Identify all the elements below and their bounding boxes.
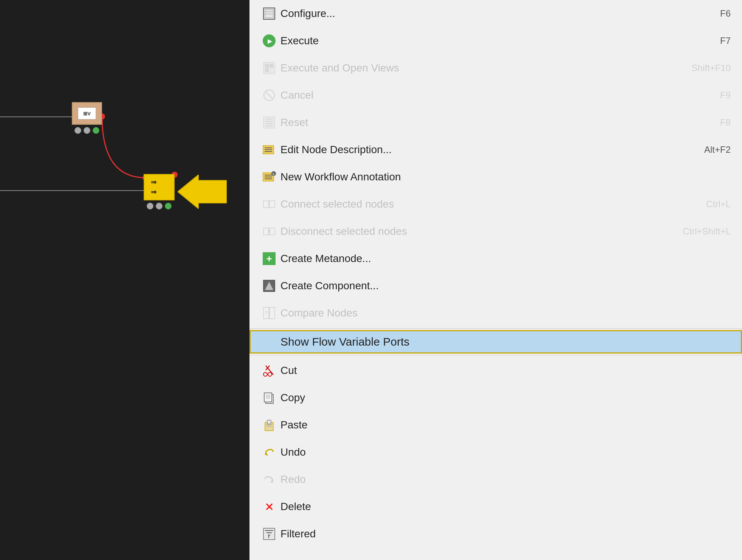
connection-line-lower [0, 190, 146, 191]
upper-node[interactable]: ⊞V [72, 102, 102, 134]
connect-icon [261, 196, 277, 213]
compare-icon: ? [261, 305, 277, 321]
menu-item-workflow-annotation[interactable]: 0 New Workflow Annotation [249, 163, 742, 191]
menu-item-show-flow-variable-ports[interactable]: Show Flow Variable Ports [249, 330, 742, 354]
metanode-icon [261, 250, 277, 267]
redo-icon [261, 471, 277, 488]
lower-node-box: ⇒ ⇒ [144, 174, 175, 200]
lower-node-indicators [144, 203, 175, 209]
indicator-l-1 [147, 203, 153, 209]
svg-text:0: 0 [273, 172, 274, 176]
yellow-arrow [178, 175, 219, 205]
connect-label: Connect selected nodes [280, 198, 699, 210]
svg-rect-30 [270, 201, 275, 208]
disconnect-icon [261, 223, 277, 240]
menu-item-copy[interactable]: Copy [249, 384, 742, 411]
metanode-label: Create Metanode... [280, 253, 723, 265]
svg-rect-29 [263, 201, 269, 208]
svg-rect-10 [270, 64, 273, 68]
workflow-annotation-label: New Workflow Annotation [280, 171, 723, 183]
menu-item-cut[interactable]: Cut [249, 357, 742, 384]
indicator-l-2 [156, 203, 163, 209]
svg-rect-11 [265, 68, 269, 72]
indicator-1 [74, 127, 81, 134]
annotation-icon: 0 [261, 169, 277, 185]
edit-description-shortcut: Alt+F2 [704, 144, 731, 155]
menu-item-metanode[interactable]: Create Metanode... [249, 245, 742, 272]
connection-svg [0, 0, 249, 560]
execute-views-icon [261, 60, 277, 76]
copy-label: Copy [280, 392, 731, 404]
indicator-3 [93, 127, 99, 134]
execute-icon [261, 33, 277, 49]
disconnect-shortcut: Ctrl+Shift+L [683, 226, 731, 237]
copy-icon [261, 389, 277, 406]
menu-item-redo: Redo [249, 466, 742, 493]
menu-item-disconnect: Disconnect selected nodes Ctrl+Shift+L [249, 218, 742, 245]
cancel-icon [261, 87, 277, 104]
upper-node-box: ⊞V [72, 102, 102, 125]
reset-icon [261, 114, 277, 131]
svg-line-13 [266, 92, 273, 99]
cancel-label: Cancel [280, 89, 713, 101]
indicator-l-3 [165, 203, 172, 209]
svg-rect-46 [264, 393, 272, 402]
delete-label: Delete [280, 501, 731, 513]
connection-line-upper [0, 116, 74, 117]
execute-views-label: Execute and Open Views [280, 62, 684, 74]
menu-item-compare: ? Compare Nodes [249, 299, 742, 327]
svg-marker-3 [178, 175, 227, 209]
canvas: ⊞V ⇒ ⇒ [0, 0, 249, 560]
separator-1 [249, 328, 742, 329]
upper-node-icon: ⊞V [78, 107, 96, 119]
reset-label: Reset [280, 116, 713, 129]
delete-icon: ✕ [261, 498, 277, 515]
configure-label: Configure... [280, 8, 713, 20]
svg-point-44 [268, 372, 272, 376]
menu-item-component[interactable]: Create Component... [249, 272, 742, 299]
reset-shortcut: F8 [720, 117, 731, 128]
configure-shortcut: F6 [720, 8, 731, 19]
svg-rect-51 [267, 420, 271, 424]
menu-item-connect: Connect selected nodes Ctrl+L [249, 191, 742, 218]
lower-node[interactable]: ⇒ ⇒ [144, 174, 175, 209]
cancel-shortcut: F9 [720, 90, 731, 101]
paste-label: Paste [280, 419, 731, 431]
svg-rect-9 [265, 64, 269, 68]
svg-rect-14 [263, 117, 275, 128]
separator-2 [249, 355, 742, 355]
edit-description-label: Edit Node Description... [280, 144, 697, 156]
undo-label: Undo [280, 446, 731, 458]
cut-label: Cut [280, 365, 731, 377]
context-menu: Configure... F6 Execute F7 Execute and O… [249, 0, 742, 560]
component-icon [261, 278, 277, 294]
lower-node-icon: ⇒ ⇒ [149, 179, 169, 195]
svg-rect-33 [270, 228, 275, 235]
filtered-icon [261, 526, 277, 542]
svg-rect-32 [263, 228, 269, 235]
menu-item-execute-views: Execute and Open Views Shift+F10 [249, 54, 742, 82]
menu-item-delete[interactable]: ✕ Delete [249, 493, 742, 520]
connect-shortcut: Ctrl+L [706, 199, 731, 209]
menu-item-filtered[interactable]: Filtered [249, 520, 742, 548]
svg-rect-39 [270, 307, 275, 319]
menu-item-edit-description[interactable]: Edit Node Description... Alt+F2 [249, 136, 742, 163]
execute-views-shortcut: Shift+F10 [692, 63, 731, 73]
upper-node-indicators [72, 127, 102, 134]
svg-point-43 [263, 372, 267, 376]
svg-text:?: ? [265, 310, 268, 316]
menu-item-paste[interactable]: Paste [249, 411, 742, 439]
menu-item-execute[interactable]: Execute F7 [249, 27, 742, 54]
menu-item-configure[interactable]: Configure... F6 [249, 0, 742, 27]
show-flow-variable-ports-label: Show Flow Variable Ports [280, 335, 723, 348]
execute-shortcut: F7 [720, 36, 731, 46]
menu-item-reset: Reset F8 [249, 109, 742, 136]
configure-icon [261, 5, 277, 22]
filtered-label: Filtered [280, 528, 731, 540]
component-label: Create Component... [280, 280, 723, 292]
execute-label: Execute [280, 35, 713, 47]
description-icon [261, 141, 277, 158]
undo-icon [261, 444, 277, 461]
redo-label: Redo [280, 473, 731, 486]
menu-item-undo[interactable]: Undo [249, 439, 742, 466]
